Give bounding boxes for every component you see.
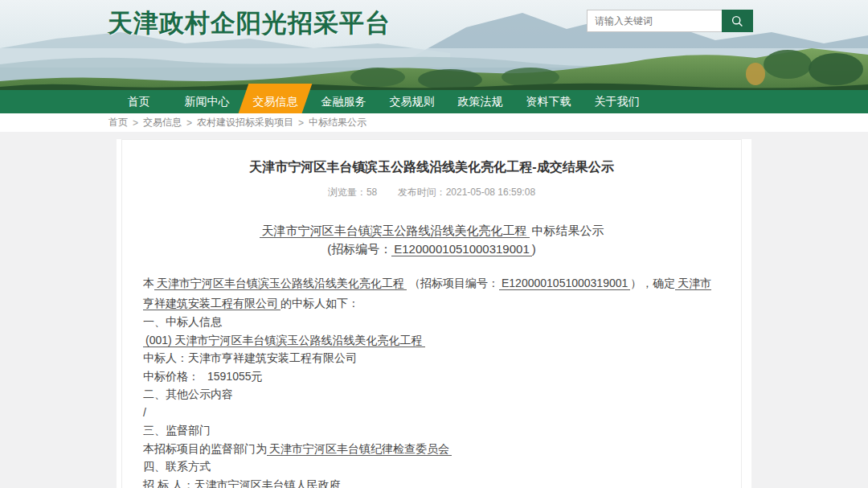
article-meta: 浏览量：58 发布时间：2021-05-08 16:59:08 [143,186,720,199]
intro-paragraph: 本天津市宁河区丰台镇滨玉公路线沿线美化亮化工程（招标项目编号：E12000010… [143,273,720,313]
price-value: 1591055元 [207,370,263,383]
nav-item-finance[interactable]: 金融服务 [309,90,378,113]
price-line: 中标价格：1591055元 [143,367,720,386]
nav-item-home[interactable]: 首页 [104,90,173,113]
nav-item-news[interactable]: 新闻中心 [173,90,241,113]
supervision-line: 本招标项目的监督部门为天津市宁河区丰台镇纪律检查委员会 [143,440,720,458]
views-count: 浏览量：58 [328,186,377,199]
section-2-heading: 二、其他公示内容 [143,385,720,404]
price-label: 中标价格： [143,370,199,383]
winning-item-line: (001) 天津市宁河区丰台镇滨玉公路线沿线美化亮化工程 [143,331,720,350]
search-icon [731,15,743,27]
page-body: 天津市宁河区丰台镇滨玉公路线沿线美化亮化工程-成交结果公示 浏览量：58 发布时… [0,132,868,488]
tenderer-label: 招 标 人： [143,478,194,488]
winner-value: 天津市亨祥建筑安装工程有限公司 [188,351,357,364]
tender-project-number: E1200001051000319001 [499,277,630,290]
search-input[interactable] [587,10,722,32]
breadcrumb-separator: > [186,117,192,129]
breadcrumb-trade-info[interactable]: 交易信息 [143,116,182,129]
supervision-department: 天津市宁河区丰台镇纪律检查委员会 [267,442,452,456]
nav-item-trade-rules[interactable]: 交易规则 [378,90,446,113]
tender-number-line: (招标编号：E1200001051000319001) [143,240,720,259]
breadcrumb-separator: > [298,117,304,129]
nav-item-trade-info[interactable]: 交易信息 [241,90,309,113]
breadcrumb-separator: > [133,117,138,129]
section-4-heading: 四、联系方式 [143,457,720,476]
nav-item-policy[interactable]: 政策法规 [446,90,514,113]
winner-label: 中标人： [143,351,188,364]
search-button[interactable] [722,10,753,32]
nav-item-about[interactable]: 关于我们 [583,90,651,113]
announcement-subtitle: 天津市宁河区丰台镇滨玉公路线沿线美化亮化工程中标结果公示 [143,222,720,240]
breadcrumb-current-page: 中标结果公示 [309,116,366,129]
tenderer-line: 招 标 人：天津市宁河区丰台镇人民政府 [143,476,720,488]
article-body: 本天津市宁河区丰台镇滨玉公路线沿线美化亮化工程（招标项目编号：E12000010… [143,273,720,488]
breadcrumb-home[interactable]: 首页 [108,116,128,129]
tender-number: E1200001051000319001 [391,242,532,256]
announcement-panel: 天津市宁河区丰台镇滨玉公路线沿线美化亮化工程-成交结果公示 浏览量：58 发布时… [121,139,742,488]
nav-item-downloads[interactable]: 资料下载 [514,90,583,113]
publish-time: 发布时间：2021-05-08 16:59:08 [398,186,535,199]
header-banner: 天津政村企阳光招采平台 [0,0,868,90]
section-1-heading: 一、中标人信息 [143,313,720,331]
content-wrapper: 天津市宁河区丰台镇滨玉公路线沿线美化亮化工程-成交结果公示 浏览量：58 发布时… [117,139,751,488]
site-logo-title: 天津政村企阳光招采平台 [108,6,391,40]
article-title: 天津市宁河区丰台镇滨玉公路线沿线美化亮化工程-成交结果公示 [143,159,720,176]
main-navigation: 首页 新闻中心 交易信息 金融服务 交易规则 政策法规 资料下载 关于我们 [0,90,868,113]
search-bar [587,10,753,32]
winning-item: (001) 天津市宁河区丰台镇滨玉公路线沿线美化亮化工程 [143,334,425,347]
breadcrumb: 首页 > 交易信息 > 农村建设招标采购项目 > 中标结果公示 [0,113,868,132]
section-3-heading: 三、监督部门 [143,421,720,440]
project-name: 天津市宁河区丰台镇滨玉公路线沿线美化亮化工程 [154,277,407,290]
breadcrumb-rural-projects[interactable]: 农村建设招标采购项目 [197,116,293,129]
tenderer-value: 天津市宁河区丰台镇人民政府 [194,478,341,488]
project-name: 天津市宁河区丰台镇滨玉公路线沿线美化亮化工程 [260,223,530,238]
section-2-content: / [143,404,720,422]
winner-line: 中标人：天津市亨祥建筑安装工程有限公司 [143,349,720,367]
